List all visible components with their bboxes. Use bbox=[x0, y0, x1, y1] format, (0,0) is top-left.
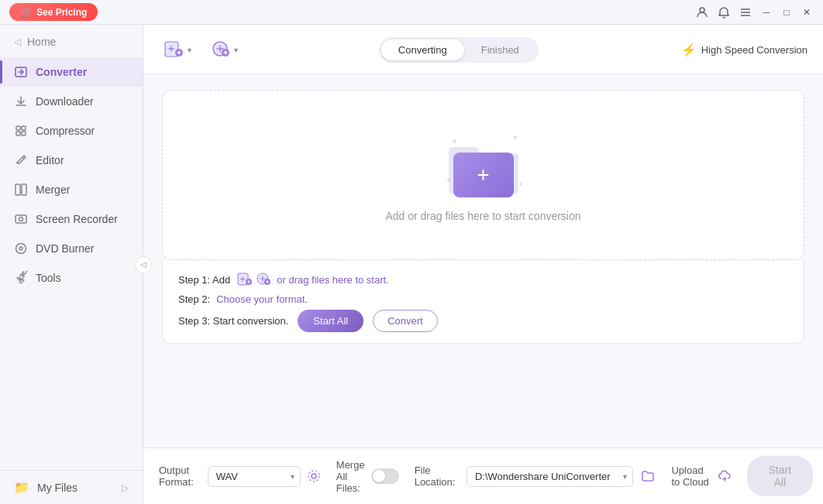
converter-icon bbox=[14, 65, 28, 79]
high-speed-label: High Speed Conversion bbox=[701, 44, 808, 56]
bottom-bar: Output Format: WAV MP3 MP4 AVI ▾ Merge A… bbox=[143, 447, 823, 504]
deco-dot-3 bbox=[447, 179, 450, 182]
svg-point-13 bbox=[16, 244, 26, 254]
tools-icon bbox=[14, 271, 28, 285]
downloader-icon bbox=[14, 94, 28, 108]
hamburger-icon bbox=[739, 6, 752, 19]
dvd-burner-icon bbox=[14, 242, 28, 255]
sidebar-item-label-tools: Tools bbox=[36, 272, 61, 284]
sidebar-item-label-editor: Editor bbox=[36, 154, 64, 166]
drop-zone[interactable]: + Add or drag files here to start conver… bbox=[162, 90, 804, 260]
plus-icon: + bbox=[477, 163, 489, 187]
sidebar-home[interactable]: ◁ Home bbox=[0, 25, 143, 54]
sidebar-item-screen-recorder[interactable]: Screen Recorder bbox=[0, 204, 143, 234]
notification-icon bbox=[718, 6, 730, 19]
step-1-label: Step 1: Add bbox=[178, 274, 230, 286]
svg-rect-6 bbox=[22, 126, 26, 130]
merge-files-label: Merge All Files: bbox=[336, 459, 365, 494]
lightning-icon: ⚡ bbox=[681, 43, 697, 57]
convert-button[interactable]: Convert bbox=[373, 310, 438, 332]
deco-dot-2 bbox=[513, 135, 517, 139]
svg-point-25 bbox=[308, 471, 319, 482]
output-format-settings-icon[interactable] bbox=[307, 465, 321, 487]
file-location-label: File Location: bbox=[415, 465, 460, 488]
file-location-select[interactable]: D:\Wondershare UniConverter bbox=[467, 466, 633, 487]
file-location-folder-icon[interactable] bbox=[639, 465, 656, 487]
output-format-field: Output Format: WAV MP3 MP4 AVI ▾ bbox=[159, 465, 321, 488]
chevron-down-icon: ▾ bbox=[188, 46, 191, 54]
step-3-prefix: Step 3: Start conversion. bbox=[178, 315, 288, 327]
notification-icon-button[interactable] bbox=[713, 2, 735, 23]
upload-cloud-label: Upload to Cloud bbox=[671, 465, 711, 488]
svg-point-0 bbox=[700, 8, 704, 12]
sidebar-item-editor[interactable]: Editor bbox=[0, 146, 143, 175]
content-area: + Add or drag files here to start conver… bbox=[143, 74, 823, 447]
title-bar-left: 🛒 See Pricing bbox=[9, 3, 98, 21]
compressor-icon bbox=[14, 124, 28, 138]
sidebar-collapse-button[interactable]: ◁ bbox=[135, 256, 152, 273]
step-2-row: Step 2: Choose your format. bbox=[178, 293, 788, 305]
step-1-suffix: or drag files here to start. bbox=[277, 274, 389, 286]
tab-converting[interactable]: Converting bbox=[381, 39, 464, 60]
svg-rect-7 bbox=[16, 132, 20, 135]
add-files-button[interactable]: ▾ bbox=[159, 36, 196, 64]
merge-files-field: Merge All Files: bbox=[336, 459, 399, 494]
my-files-chevron-icon: ▷ bbox=[122, 482, 129, 493]
output-format-select[interactable]: WAV MP3 MP4 AVI bbox=[208, 466, 301, 487]
add-url-small-icon bbox=[255, 271, 270, 289]
sidebar-item-compressor[interactable]: Compressor bbox=[0, 116, 143, 146]
svg-rect-8 bbox=[22, 132, 26, 135]
step-3-row: Step 3: Start conversion. Start All Conv… bbox=[178, 310, 788, 332]
minimize-button[interactable]: ─ bbox=[756, 2, 777, 22]
svg-point-12 bbox=[19, 218, 23, 221]
see-pricing-button[interactable]: 🛒 See Pricing bbox=[9, 3, 98, 21]
menu-icon-button[interactable] bbox=[735, 2, 756, 23]
svg-rect-10 bbox=[22, 184, 26, 195]
sidebar-item-label-downloader: Downloader bbox=[36, 95, 94, 108]
folder-icon-wrap: + bbox=[441, 128, 526, 197]
add-files-icon bbox=[164, 39, 184, 61]
editor-icon bbox=[14, 153, 28, 167]
sidebar: ◁ Home Converter Downloader bbox=[0, 25, 143, 504]
close-button[interactable]: ✕ bbox=[797, 2, 817, 22]
upload-cloud-field: Upload to Cloud bbox=[671, 465, 731, 488]
high-speed-button[interactable]: ⚡ High Speed Conversion bbox=[681, 43, 808, 57]
toolbar: ▾ ▾ Converting Finished ⚡ High Speed Con… bbox=[143, 25, 823, 74]
main-content: ▾ ▾ Converting Finished ⚡ High Speed Con… bbox=[143, 25, 823, 504]
my-files-icon: 📁 bbox=[14, 480, 29, 495]
sidebar-item-converter[interactable]: Converter bbox=[0, 57, 143, 87]
svg-point-24 bbox=[312, 474, 316, 478]
tab-group: Converting Finished bbox=[379, 37, 539, 63]
sidebar-item-dvd-burner[interactable]: DVD Burner bbox=[0, 234, 143, 263]
sidebar-nav: Converter Downloader Compressor bbox=[0, 54, 143, 470]
cart-icon: 🛒 bbox=[20, 6, 33, 18]
sidebar-item-downloader[interactable]: Downloader bbox=[0, 87, 143, 116]
screen-recorder-icon bbox=[14, 212, 28, 226]
output-format-label: Output Format: bbox=[159, 465, 201, 488]
user-icon bbox=[696, 6, 708, 19]
svg-rect-9 bbox=[15, 184, 20, 195]
sidebar-item-merger[interactable]: Merger bbox=[0, 175, 143, 204]
my-files-label: My Files bbox=[37, 482, 77, 494]
tab-finished[interactable]: Finished bbox=[464, 39, 536, 60]
merger-icon bbox=[14, 183, 28, 197]
sidebar-item-label-compressor: Compressor bbox=[36, 125, 95, 137]
maximize-button[interactable]: □ bbox=[777, 2, 797, 22]
sidebar-item-tools[interactable]: Tools bbox=[0, 263, 143, 293]
step-1-row: Step 1: Add bbox=[178, 271, 788, 289]
step-2-label: Step 2: bbox=[178, 293, 210, 305]
svg-rect-5 bbox=[16, 126, 20, 130]
sidebar-footer[interactable]: 📁 My Files ▷ bbox=[0, 470, 143, 504]
file-location-select-wrap: D:\Wondershare UniConverter ▾ bbox=[467, 466, 633, 487]
step-1-icons bbox=[236, 271, 270, 289]
title-bar: 🛒 See Pricing ─ □ ✕ bbox=[0, 0, 823, 25]
start-all-button[interactable]: Start All bbox=[298, 310, 363, 332]
user-icon-button[interactable] bbox=[691, 2, 713, 23]
add-url-button[interactable]: ▾ bbox=[205, 36, 243, 64]
upload-cloud-icon[interactable] bbox=[718, 465, 732, 487]
toggle-track[interactable] bbox=[371, 468, 399, 484]
url-chevron-down-icon: ▾ bbox=[234, 46, 238, 54]
sidebar-item-label-converter: Converter bbox=[36, 66, 87, 78]
merge-files-toggle[interactable] bbox=[371, 468, 399, 484]
start-all-main-button[interactable]: Start All bbox=[747, 456, 814, 496]
